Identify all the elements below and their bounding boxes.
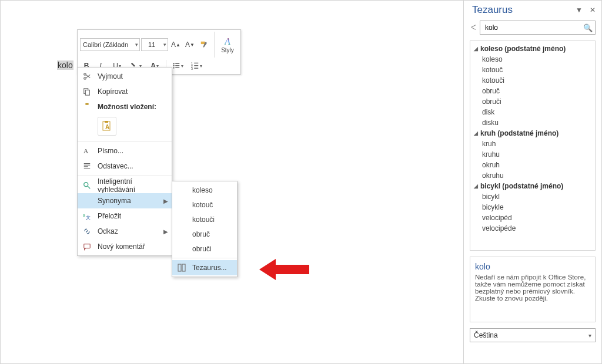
- language-select[interactable]: Čeština: [470, 328, 596, 342]
- copy-icon: [82, 87, 92, 96]
- format-painter-button[interactable]: [198, 38, 210, 51]
- result-item[interactable]: okruh: [470, 160, 595, 170]
- pane-close-button[interactable]: ✕: [590, 6, 596, 14]
- svg-text:A: A: [105, 124, 109, 130]
- increase-font-button[interactable]: A▲: [169, 38, 182, 51]
- thesaurus-results[interactable]: ◢koleso (podstatné jméno) koleso kotouč …: [470, 41, 596, 251]
- svg-rect-28: [182, 264, 185, 271]
- thesaurus-icon: [177, 263, 186, 272]
- ctx-translate[interactable]: a文 Přeložit: [78, 208, 172, 224]
- result-group-head[interactable]: ◢bicykl (podstatné jméno): [470, 181, 595, 191]
- synonym-item[interactable]: koleso: [172, 183, 237, 197]
- result-group-head[interactable]: ◢kruh (podstatné jméno): [470, 128, 595, 139]
- result-group-head[interactable]: ◢koleso (podstatné jméno): [470, 43, 595, 54]
- ctx-smart-lookup[interactable]: Inteligentní vyhledávání: [78, 178, 172, 193]
- decrease-font-button[interactable]: A▼: [183, 38, 196, 51]
- svg-rect-16: [85, 90, 89, 95]
- svg-rect-18: [85, 103, 88, 105]
- status-text: Nedaří se nám připojit k Office Store, t…: [475, 274, 590, 302]
- context-menu: Vyjmout Kopírovat Možnosti vložení: A A …: [77, 67, 172, 256]
- ctx-synonyms[interactable]: Synonyma ▶: [78, 193, 172, 208]
- svg-point-1: [173, 63, 174, 64]
- document-area[interactable]: kolo Calibri (Základn 11 A▲ A▼ A Styly B…: [1, 1, 463, 363]
- svg-text:文: 文: [86, 215, 91, 220]
- ctx-cut[interactable]: Vyjmout: [78, 69, 172, 84]
- svg-rect-27: [178, 264, 181, 271]
- result-item[interactable]: koleso: [470, 54, 595, 65]
- ctx-font[interactable]: A Písmo...: [78, 143, 172, 159]
- comment-icon: [82, 242, 92, 251]
- result-item[interactable]: disk: [470, 107, 595, 117]
- lookup-word: kolo: [475, 262, 590, 271]
- svg-rect-6: [175, 68, 179, 68]
- ctx-paste-options: Možnosti vložení:: [78, 99, 172, 114]
- collapse-icon: ◢: [474, 183, 478, 189]
- styles-button[interactable]: A Styly: [214, 32, 238, 58]
- numbering-button[interactable]: 123: [188, 59, 205, 72]
- result-item[interactable]: obruč: [470, 86, 595, 96]
- result-item[interactable]: kotouč: [470, 65, 595, 75]
- result-item[interactable]: disku: [470, 117, 595, 128]
- ctx-new-comment-label: Nový komentář: [98, 242, 145, 251]
- chevron-right-icon: ▶: [163, 228, 168, 235]
- collapse-icon: ◢: [474, 130, 478, 136]
- paste-keep-text-button[interactable]: A: [98, 117, 116, 136]
- separator: [78, 176, 172, 176]
- result-item[interactable]: kruh: [470, 139, 595, 149]
- thesaurus-search-input[interactable]: [484, 23, 583, 32]
- result-item[interactable]: velocipéde: [470, 223, 595, 234]
- ctx-copy-label: Kopírovat: [98, 87, 128, 96]
- result-item[interactable]: bicykl: [470, 191, 595, 202]
- svg-point-23: [84, 183, 88, 187]
- result-item[interactable]: bicykle: [470, 202, 595, 213]
- clipboard-icon: [82, 102, 92, 112]
- font-size-select[interactable]: 11: [141, 38, 168, 51]
- svg-rect-26: [84, 244, 91, 248]
- synonym-item[interactable]: kotouč: [172, 197, 237, 212]
- back-button[interactable]: ᐸ: [471, 23, 476, 32]
- separator: [172, 258, 237, 258]
- paragraph-icon: [82, 161, 92, 171]
- svg-rect-2: [175, 63, 179, 64]
- ctx-font-label: Písmo...: [98, 147, 123, 155]
- scissors-icon: [82, 72, 92, 81]
- ctx-smart-lookup-label: Inteligentní vyhledávání: [98, 177, 161, 194]
- result-item[interactable]: kotouči: [470, 75, 595, 86]
- result-item[interactable]: okruhu: [470, 170, 595, 181]
- synonym-item[interactable]: obruči: [172, 241, 237, 256]
- ctx-link[interactable]: Odkaz ▶: [78, 224, 172, 239]
- ctx-cut-label: Vyjmout: [98, 72, 123, 80]
- svg-point-3: [173, 65, 174, 66]
- svg-rect-12: [194, 68, 198, 69]
- dictionary-status: kolo Nedaří se nám připojit k Office Sto…: [470, 257, 596, 322]
- pane-title: Tezaurus: [472, 4, 513, 16]
- synonym-item[interactable]: kotouči: [172, 212, 237, 227]
- thesaurus-pane: Tezaurus ▼ ✕ ᐸ 🔍 ◢koleso (podstatné jmén…: [463, 1, 601, 363]
- pane-menu-button[interactable]: ▼: [576, 6, 583, 14]
- selected-text[interactable]: kolo: [57, 60, 73, 70]
- font-icon: A: [82, 146, 92, 156]
- svg-point-5: [173, 67, 174, 68]
- chevron-right-icon: ▶: [163, 198, 168, 204]
- ctx-paste-row: A: [78, 114, 172, 139]
- svg-rect-4: [175, 65, 179, 66]
- result-item[interactable]: obruči: [470, 96, 595, 107]
- ctx-copy[interactable]: Kopírovat: [78, 84, 172, 99]
- svg-rect-8: [194, 63, 198, 63]
- ctx-paragraph-label: Odstavec...: [98, 162, 133, 170]
- search-icon[interactable]: 🔍: [583, 23, 593, 32]
- styles-label: Styly: [221, 47, 234, 53]
- synonym-thesaurus[interactable]: Tezaurus...: [172, 260, 237, 275]
- synonym-item[interactable]: obruč: [172, 227, 237, 241]
- font-family-select[interactable]: Calibri (Základn: [80, 38, 140, 51]
- svg-rect-20: [105, 121, 108, 123]
- ctx-synonyms-label: Synonyma: [98, 197, 131, 205]
- result-item[interactable]: velocipéd: [470, 213, 595, 223]
- thesaurus-search[interactable]: 🔍: [480, 21, 596, 35]
- result-item[interactable]: kruhu: [470, 149, 595, 160]
- ctx-new-comment[interactable]: Nový komentář: [78, 239, 172, 254]
- translate-icon: a文: [82, 211, 92, 221]
- link-icon: [82, 227, 92, 236]
- ctx-paragraph[interactable]: Odstavec...: [78, 159, 172, 174]
- synonyms-submenu: koleso kotouč kotouči obruč obruči Tezau…: [172, 181, 238, 277]
